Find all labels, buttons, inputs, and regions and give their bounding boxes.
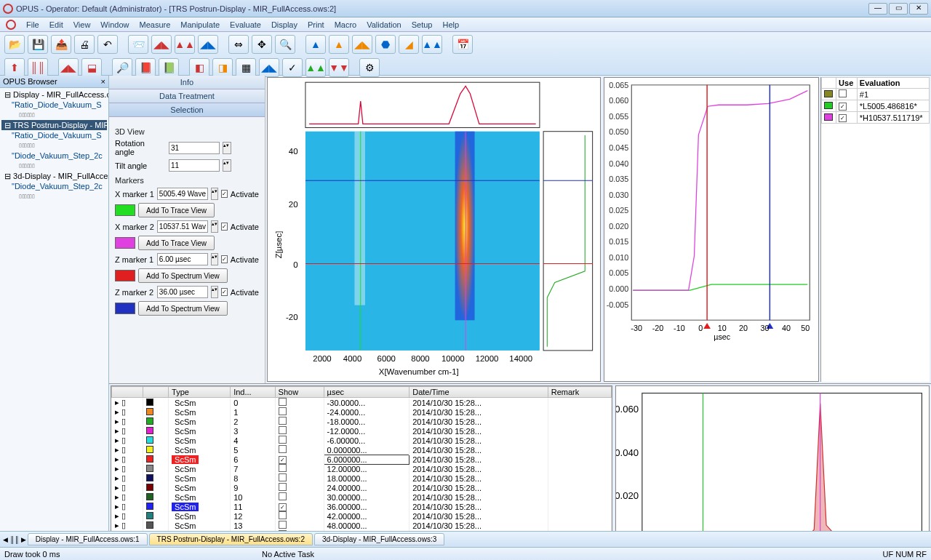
op4-icon[interactable]: ⬣	[375, 35, 396, 54]
move-icon[interactable]: ✥	[252, 35, 272, 54]
prop-tab-info[interactable]: Info	[109, 76, 265, 89]
xm2-input[interactable]	[157, 220, 208, 233]
xm1-spinner[interactable]: ▴▾	[211, 188, 218, 200]
menu-view[interactable]: View	[73, 20, 91, 29]
zm1-input[interactable]	[157, 253, 208, 265]
t2-e-icon[interactable]: ◧	[189, 58, 209, 77]
menu-macro[interactable]: Macro	[335, 20, 357, 29]
tree-item[interactable]: "Diode_Vakuum_Step_2c	[1, 151, 107, 161]
t2-b-icon[interactable]: ⬓	[81, 58, 102, 77]
peaks2-icon[interactable]: ▲▲	[175, 35, 195, 54]
ws-tab-3[interactable]: 3d-Display - MIR_FullAccess.ows:3	[314, 533, 444, 545]
minimize-button[interactable]: —	[868, 3, 887, 15]
prop-tab-selection[interactable]: Selection	[109, 103, 265, 117]
tree-item[interactable]: ⊟ TRS Postrun-Display - MIR_F	[1, 120, 107, 130]
t2-band-icon[interactable]: ║║	[28, 58, 48, 77]
ws-tab-2[interactable]: TRS Postrun-Display - MIR_FullAccess.ows…	[149, 533, 313, 545]
op3-icon[interactable]: ◢◣	[352, 35, 372, 54]
table-row[interactable]: ▸ ▯ScSm0-30.0000...2014/10/30 15:28...	[112, 398, 612, 408]
arrows-icon[interactable]: ⇔	[228, 35, 249, 54]
tree-item[interactable]: "Diode_Vakuum_Step_2c	[1, 181, 107, 191]
t2-proc-icon[interactable]: ⚙	[359, 58, 380, 77]
t2-j-icon[interactable]: ▲▲	[305, 58, 326, 77]
table-row[interactable]: ▸ ▯ScSm1348.00000...2014/10/30 15:28...	[112, 521, 612, 530]
close-button[interactable]: ✕	[909, 3, 928, 15]
xm1-color[interactable]	[115, 204, 135, 216]
evaluation-table[interactable]: UseEvaluation #1✓*L5005.486816*✓*H10537.…	[821, 77, 930, 124]
table-row[interactable]: ▸ ▯ScSm1-24.0000...2014/10/30 15:28...	[112, 407, 612, 417]
maximize-button[interactable]: ▭	[889, 3, 908, 15]
app-menu-icon[interactable]	[6, 20, 16, 30]
t2-k-icon[interactable]: ▼▼	[329, 58, 349, 77]
tree-item[interactable]: "Ratio_Diode_Vakuum_S	[1, 130, 107, 140]
zoom-icon[interactable]: 🔍	[275, 35, 295, 54]
zm1-spinner[interactable]: ▴▾	[211, 253, 218, 265]
ws-tab-1[interactable]: Display - MIR_FullAccess.ows:1	[28, 533, 148, 545]
xm2-color[interactable]	[115, 237, 135, 249]
prop-tab-data[interactable]: Data Treatment	[109, 89, 265, 103]
unload-icon[interactable]: 📤	[51, 35, 71, 54]
menu-help[interactable]: Help	[442, 20, 459, 29]
table-row[interactable]: ▸ ▯ScSm11✓36.00000...2014/10/30 15:28...	[112, 502, 612, 511]
t2-c-icon[interactable]: 📕	[135, 58, 156, 77]
menu-setup[interactable]: Setup	[412, 20, 433, 29]
t2-i-icon[interactable]: ✓	[282, 58, 303, 77]
zm2-activate-check[interactable]: ✓	[221, 288, 228, 296]
op5-icon[interactable]: ◢	[399, 35, 419, 54]
table-row[interactable]: ▸ ▯ScSm4-6.00000...2014/10/30 15:28...	[112, 436, 612, 445]
zm1-addspec-button[interactable]: Add To Spectrum View	[138, 268, 228, 283]
spectrum-list-table[interactable]: TypeInd...ShowµsecDate/TimeRemark ▸ ▯ScS…	[111, 385, 612, 531]
zm1-color[interactable]	[115, 270, 135, 281]
menu-display[interactable]: Display	[271, 20, 297, 29]
rot-input[interactable]	[169, 142, 220, 154]
t2-h-icon[interactable]: ◢◣	[259, 58, 279, 77]
table-row[interactable]: ▸ ▯ScSm50.000000...2014/10/30 15:28...	[112, 445, 612, 455]
table-row[interactable]: ▸ ▯ScSm1242.00000...2014/10/30 15:28...	[112, 511, 612, 521]
menu-manipulate[interactable]: Manipulate	[180, 20, 220, 29]
zm2-addspec-button[interactable]: Add To Spectrum View	[138, 301, 228, 316]
tilt-spinner[interactable]: ▴▾	[223, 159, 231, 172]
menu-file[interactable]: File	[26, 20, 39, 29]
tree-item[interactable]: ⊟ Display - MIR_FullAccess.ow	[1, 89, 107, 100]
t2-f-icon[interactable]: ◨	[212, 58, 233, 77]
tree-item[interactable]: "Ratio_Diode_Vakuum_S	[1, 100, 107, 110]
send-icon[interactable]: 📨	[128, 35, 148, 54]
xm2-addtrace-button[interactable]: Add To Trace View	[138, 236, 215, 250]
undo-icon[interactable]: ↶	[97, 35, 118, 54]
tree-item[interactable]: ⊟ 3d-Display - MIR_FullAccess	[1, 171, 107, 181]
rot-spinner[interactable]: ▴▾	[223, 142, 231, 154]
op6-icon[interactable]: ▲▲	[422, 35, 442, 54]
menu-measure[interactable]: Measure	[139, 20, 170, 29]
spectrum-plot[interactable]: 0.0600.0400.0200.000 9406.9 11725.9 2000…	[615, 385, 930, 531]
tilt-input[interactable]	[169, 159, 220, 172]
browser-pin-icon[interactable]: ×	[101, 77, 105, 86]
xm1-activate-check[interactable]: ✓	[221, 190, 228, 198]
trace-plot[interactable]: 0.0650.0600.0550.0500.0450.0400.0350.030…	[604, 77, 819, 382]
table-row[interactable]: ▸ ▯ScSm6✓6.000000...2014/10/30 15:28...	[112, 455, 612, 464]
t2-g-icon[interactable]: ▦	[236, 58, 256, 77]
open-icon[interactable]: 📂	[4, 35, 25, 54]
t2-search-icon[interactable]: 🔎	[112, 58, 132, 77]
t2-peak-icon[interactable]: ⬆	[4, 58, 25, 77]
map-plot[interactable]: 40 20 0 -20 Z[µsec] 20004000600080001000…	[267, 77, 601, 382]
calendar-icon[interactable]: 📅	[452, 35, 473, 54]
xm2-activate-check[interactable]: ✓	[221, 223, 228, 231]
t2-a-icon[interactable]: ◢◣	[58, 58, 79, 77]
zm2-spinner[interactable]: ▴▾	[211, 286, 218, 298]
browser-tree[interactable]: ⊟ Display - MIR_FullAccess.ow"Ratio_Diod…	[0, 88, 108, 531]
xm2-spinner[interactable]: ▴▾	[211, 220, 218, 233]
op2-icon[interactable]: ▲	[329, 35, 349, 54]
peaks1-icon[interactable]: ◢◣	[151, 35, 172, 54]
xm1-addtrace-button[interactable]: Add To Trace View	[138, 203, 215, 217]
table-row[interactable]: ▸ ▯ScSm2-18.0000...2014/10/30 15:28...	[112, 417, 612, 426]
menu-print[interactable]: Print	[308, 20, 324, 29]
menu-window[interactable]: Window	[100, 20, 129, 29]
print-icon[interactable]: 🖨	[74, 35, 95, 54]
zm1-activate-check[interactable]: ✓	[221, 255, 228, 263]
zm2-color[interactable]	[115, 303, 135, 314]
table-row[interactable]: ▸ ▯ScSm3-12.0000...2014/10/30 15:28...	[112, 426, 612, 436]
table-row[interactable]: ▸ ▯ScSm818.00000...2014/10/30 15:28...	[112, 473, 612, 483]
table-row[interactable]: ▸ ▯ScSm712.00000...2014/10/30 15:28...	[112, 464, 612, 473]
peaks3-icon[interactable]: ◢◣	[198, 35, 218, 54]
zm2-input[interactable]	[157, 286, 208, 298]
